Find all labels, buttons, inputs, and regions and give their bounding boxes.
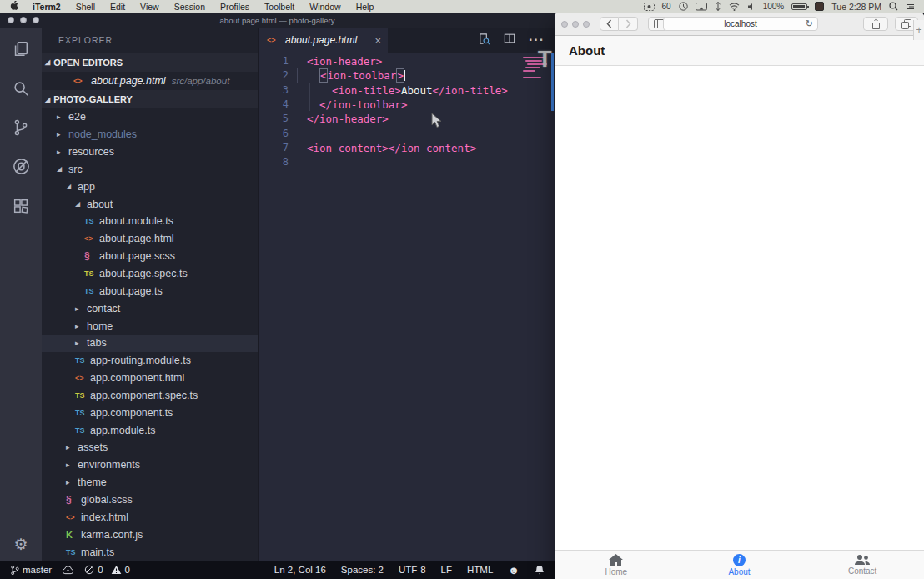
tree-item-resources[interactable]: ▸resources <box>42 143 258 161</box>
tree-item-assets[interactable]: ▸assets <box>42 439 258 456</box>
menu-edit[interactable]: Edit <box>103 2 133 12</box>
menu-shell[interactable]: Shell <box>68 2 103 12</box>
tab-about-page-html[interactable]: <> about.page.html × <box>259 28 388 53</box>
settings-gear-icon[interactable]: ⚙ <box>13 535 28 554</box>
code-line-8[interactable]: 8 <box>259 155 555 169</box>
tree-item-about[interactable]: ◢about <box>42 195 258 213</box>
debug-icon[interactable] <box>0 147 42 186</box>
new-tab-button[interactable]: + <box>913 20 924 40</box>
open-editor-about-page-html[interactable]: <> about.page.html src/app/about <box>42 72 258 90</box>
feedback-smiley-icon[interactable]: ☻ <box>508 564 520 576</box>
problems-indicator[interactable]: 0 0 <box>84 565 130 575</box>
tree-item-app.component.spec.ts[interactable]: TSapp.component.spec.ts <box>42 387 258 405</box>
eol-indicator[interactable]: LF <box>441 565 452 575</box>
screen-record-icon[interactable] <box>644 3 655 11</box>
more-actions-icon[interactable]: ··· <box>529 33 545 48</box>
wifi-icon[interactable] <box>729 3 740 11</box>
tree-item-node_modules[interactable]: ▸node_modules <box>42 126 258 143</box>
tree-item-about.page.ts[interactable]: TSabout.page.ts <box>42 282 258 300</box>
safari-traffic-lights[interactable] <box>561 21 590 28</box>
cursor-position-indicator[interactable]: Ln 2, Col 16 <box>274 565 326 575</box>
menu-window[interactable]: Window <box>302 2 348 12</box>
tree-item-src[interactable]: ◢src <box>42 161 258 179</box>
volume-icon[interactable] <box>747 3 756 11</box>
code-line-2[interactable]: 2 <ion-toolbar> <box>259 68 555 83</box>
tree-item-environments[interactable]: ▸environments <box>42 456 258 474</box>
zoom-window-button[interactable] <box>583 21 590 28</box>
tree-item-app.component.html[interactable]: <>app.component.html <box>42 370 258 387</box>
encoding-indicator[interactable]: UTF-8 <box>399 565 426 575</box>
minimize-window-button[interactable] <box>572 21 579 28</box>
code-line-7[interactable]: 7<ion-content></ion-content> <box>259 141 555 155</box>
files-icon[interactable] <box>0 29 42 68</box>
menu-help[interactable]: Help <box>349 2 382 12</box>
tree-item-label: about.page.spec.ts <box>99 268 188 279</box>
publish-cloud-icon[interactable] <box>62 566 74 575</box>
menu-iterm2[interactable]: iTerm2 <box>25 2 68 12</box>
indentation-indicator[interactable]: Spaces: 2 <box>341 565 384 575</box>
project-section-header[interactable]: ◢ PHOTO-GALLERY <box>42 90 258 108</box>
split-editor-icon[interactable] <box>504 33 515 48</box>
folder-collapsed-icon: ▸ <box>66 461 76 469</box>
menu-session[interactable]: Session <box>167 2 213 12</box>
mouse-cursor <box>431 113 442 132</box>
forward-button[interactable] <box>619 17 638 31</box>
tree-item-about.page.scss[interactable]: §about.page.scss <box>42 248 258 265</box>
timer-icon[interactable] <box>679 2 688 11</box>
menu-profiles[interactable]: Profiles <box>213 2 257 12</box>
display-icon[interactable] <box>696 3 707 11</box>
extensions-icon[interactable] <box>0 186 42 225</box>
tree-item-karma.conf.js[interactable]: Kkarma.conf.js <box>42 526 258 543</box>
app-square-icon[interactable] <box>815 2 824 11</box>
vscode-title-bar[interactable]: about.page.html — photo-gallery <box>0 13 555 28</box>
scss-file-icon: § <box>66 494 79 506</box>
close-tab-icon[interactable]: × <box>374 34 381 47</box>
menu-toolbelt[interactable]: Toolbelt <box>257 2 302 12</box>
tree-item-e2e[interactable]: ▸e2e <box>42 108 258 126</box>
tab-home[interactable]: Home <box>555 551 678 579</box>
code-editor[interactable]: 1<ion-header>2 <ion-toolbar>3 <ion-title… <box>259 53 555 561</box>
apple-menu-icon[interactable] <box>10 1 18 13</box>
address-bar[interactable]: localhost ↻ <box>663 17 818 31</box>
tree-item-app-routing.module.ts[interactable]: TSapp-routing.module.ts <box>42 352 258 370</box>
input-icon[interactable] <box>715 2 721 11</box>
tree-item-about.page.spec.ts[interactable]: TSabout.page.spec.ts <box>42 265 258 283</box>
share-button[interactable] <box>863 17 888 31</box>
tree-item-global.scss[interactable]: §global.scss <box>42 491 258 509</box>
code-line-4[interactable]: 4 </ion-toolbar> <box>259 98 555 112</box>
menu-view[interactable]: View <box>133 2 167 12</box>
open-preview-icon[interactable] <box>478 33 490 48</box>
menu-bar-clock[interactable]: Tue 2:28 PM <box>831 2 881 12</box>
fps-indicator[interactable]: 60 <box>662 2 671 11</box>
tree-item-about.page.html[interactable]: <>about.page.html <box>42 230 258 248</box>
notification-center-icon[interactable] <box>906 3 916 11</box>
tree-item-app.module.ts[interactable]: TSapp.module.ts <box>42 421 258 439</box>
code-line-3[interactable]: 3 <ion-title>About</ion-title> <box>259 83 555 98</box>
tree-item-index.html[interactable]: <>index.html <box>42 508 258 526</box>
source-control-icon[interactable] <box>0 108 42 147</box>
notifications-bell-icon[interactable] <box>535 565 545 576</box>
ts-file-icon: TS <box>84 287 98 295</box>
tree-item-app.component.ts[interactable]: TSapp.component.ts <box>42 404 258 421</box>
code-line-5[interactable]: 5</ion-header> <box>259 112 555 126</box>
tree-item-home[interactable]: ▸home <box>42 317 258 335</box>
back-button[interactable] <box>600 17 619 31</box>
code-line-6[interactable]: 6 <box>259 127 555 141</box>
language-mode-indicator[interactable]: HTML <box>467 565 493 575</box>
tab-about[interactable]: i About <box>678 551 801 579</box>
spotlight-icon[interactable] <box>889 2 898 11</box>
tree-item-theme[interactable]: ▸theme <box>42 474 258 491</box>
tree-item-main.ts[interactable]: TSmain.ts <box>42 543 258 561</box>
tree-item-tabs[interactable]: ▸tabs <box>42 335 258 352</box>
tree-item-app[interactable]: ◢app <box>42 178 258 195</box>
tree-item-contact[interactable]: ▸contact <box>42 300 258 317</box>
reload-icon[interactable]: ↻ <box>806 18 813 29</box>
tree-item-about.module.ts[interactable]: TSabout.module.ts <box>42 213 258 230</box>
search-icon[interactable] <box>0 68 42 108</box>
tree-item-label: e2e <box>68 111 86 123</box>
git-branch-indicator[interactable]: master <box>10 565 52 576</box>
code-line-1[interactable]: 1<ion-header> <box>259 54 555 68</box>
open-editors-section-header[interactable]: ◢ OPEN EDITORS <box>42 53 258 72</box>
tab-contact[interactable]: Contact <box>801 551 924 579</box>
close-window-button[interactable] <box>561 21 568 28</box>
